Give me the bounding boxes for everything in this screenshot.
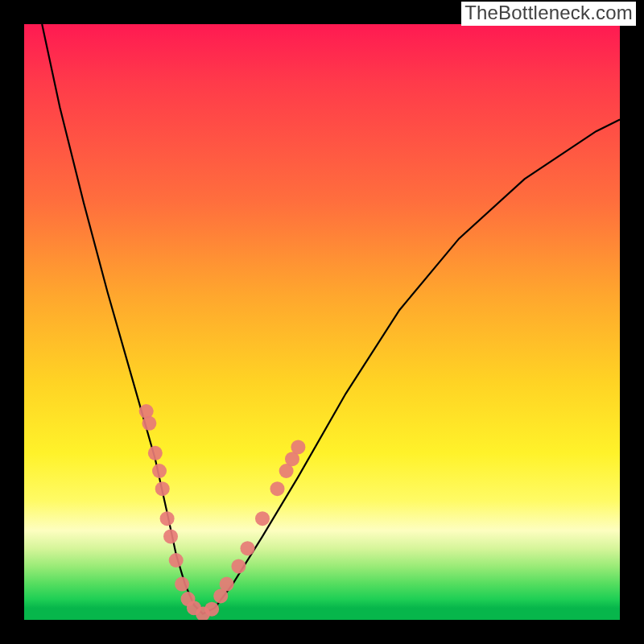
curve-marker — [241, 541, 255, 555]
chart-frame: TheBottleneck.com — [0, 0, 644, 644]
curve-marker — [155, 481, 170, 496]
curve-marker — [142, 416, 156, 431]
bottleneck-curve-svg — [24, 24, 620, 620]
curve-marker — [204, 602, 219, 617]
bottleneck-curve — [42, 24, 620, 614]
curve-marker — [160, 511, 175, 526]
watermark-text: TheBottleneck.com — [461, 2, 636, 26]
plot-area — [24, 24, 620, 620]
curve-markers — [139, 404, 306, 620]
curve-marker — [220, 577, 234, 592]
curve-marker — [163, 529, 178, 543]
curve-marker — [152, 464, 167, 478]
curve-marker — [175, 577, 189, 592]
curve-marker — [169, 553, 184, 568]
curve-marker — [255, 511, 270, 526]
curve-marker — [291, 440, 305, 454]
curve-marker — [231, 559, 246, 573]
curve-marker — [270, 481, 285, 496]
curve-marker — [148, 446, 163, 460]
